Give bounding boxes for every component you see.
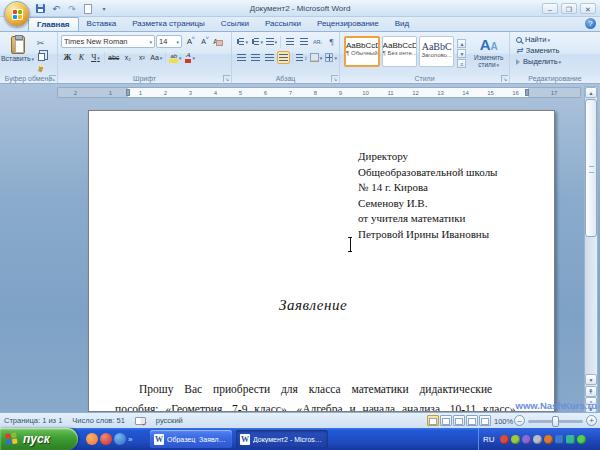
tray-icon-5[interactable] <box>544 435 553 444</box>
maximize-button[interactable]: ❐ <box>561 3 577 14</box>
start-button[interactable]: пуск <box>0 428 78 450</box>
page-count-status[interactable]: Страница: 1 из 1 <box>4 416 62 425</box>
highlight-color-button[interactable]: ab <box>168 51 182 64</box>
copy-icon[interactable] <box>34 50 47 62</box>
language-status[interactable]: русский <box>156 416 183 425</box>
save-button[interactable] <box>34 3 46 14</box>
subscript-button[interactable]: x₂ <box>121 51 134 64</box>
grow-font-button[interactable]: A <box>183 35 196 48</box>
cut-icon[interactable] <box>34 37 47 49</box>
language-indicator[interactable]: RU <box>483 435 495 444</box>
font-name-combo[interactable]: Times New Roman <box>61 35 155 48</box>
tray-icon-8[interactable] <box>577 435 586 444</box>
quicklaunch-icon-1[interactable] <box>86 433 98 445</box>
scroll-down-icon[interactable] <box>585 374 597 385</box>
align-center-button[interactable] <box>249 51 262 64</box>
office-button[interactable] <box>4 1 30 27</box>
bullets-button[interactable] <box>235 35 249 48</box>
document-page[interactable]: Директору Общеобразовательной школы № 14… <box>88 110 555 412</box>
shrink-font-button[interactable]: A <box>197 35 210 48</box>
line-spacing-button[interactable] <box>295 51 308 64</box>
style-no-spacing[interactable]: AaBbCcDc ¶ Без инте... <box>382 36 417 67</box>
align-left-button[interactable] <box>235 51 248 64</box>
new-document-button[interactable] <box>82 3 94 14</box>
zoom-out-button[interactable]: – <box>514 415 525 426</box>
previous-page-icon[interactable] <box>585 386 597 397</box>
quicklaunch-chevron-icon[interactable]: » <box>128 435 132 444</box>
minimize-button[interactable]: – <box>542 3 558 14</box>
numbering-button[interactable] <box>250 35 264 48</box>
help-icon[interactable]: ? <box>585 18 596 29</box>
right-indent-marker[interactable] <box>525 89 529 96</box>
increase-indent-button[interactable] <box>297 35 310 48</box>
web-layout-view-button[interactable] <box>453 415 465 426</box>
sort-button[interactable]: АЯ↓ <box>311 35 324 48</box>
style-scroll-up-icon[interactable]: ▲ <box>457 39 466 48</box>
find-button[interactable]: Найти <box>516 34 599 45</box>
clipboard-dialog-launcher[interactable] <box>49 75 56 82</box>
multilevel-list-button[interactable] <box>265 35 278 48</box>
format-painter-icon[interactable] <box>34 63 47 73</box>
taskbar-window-1[interactable]: Образец_Заявление... <box>150 430 232 448</box>
italic-button[interactable]: К <box>75 51 88 64</box>
font-color-button[interactable]: A <box>184 51 197 64</box>
quicklaunch-icon-3[interactable] <box>114 433 126 445</box>
tab-review[interactable]: Рецензирование <box>309 17 387 31</box>
font-size-combo[interactable]: 14 <box>156 35 182 48</box>
tray-icon-1[interactable] <box>500 435 509 444</box>
zoom-slider-thumb[interactable] <box>552 416 559 427</box>
proofing-icon[interactable] <box>135 417 146 425</box>
tab-page-layout[interactable]: Разметка страницы <box>124 17 213 31</box>
paste-button[interactable]: Вставить <box>1 34 34 72</box>
style-gallery-more-icon[interactable]: ≡ <box>457 59 466 68</box>
justify-button[interactable] <box>277 51 290 64</box>
decrease-indent-button[interactable] <box>283 35 296 48</box>
select-button[interactable]: Выделить <box>516 56 599 67</box>
left-indent-marker[interactable] <box>126 89 130 96</box>
change-case-button[interactable]: Aa <box>149 51 163 64</box>
close-button[interactable]: ✕ <box>580 3 596 14</box>
align-right-button[interactable] <box>263 51 276 64</box>
tray-icon-6[interactable] <box>555 435 564 444</box>
style-scroll-down-icon[interactable]: ▼ <box>457 49 466 58</box>
tray-icon-7[interactable] <box>566 435 575 444</box>
clear-formatting-button[interactable]: Aa <box>211 35 224 48</box>
change-styles-button[interactable]: AA Изменить стили <box>469 36 508 69</box>
zoom-in-button[interactable]: + <box>586 415 597 426</box>
tab-insert[interactable]: Вставка <box>79 17 125 31</box>
word-count-status[interactable]: Число слов: 51 <box>72 416 125 425</box>
bold-button[interactable]: Ж <box>61 51 74 64</box>
tab-references[interactable]: Ссылки <box>213 17 257 31</box>
style-heading1[interactable]: AaBbC Заголово... <box>419 36 454 67</box>
quicklaunch-icon-2[interactable] <box>100 433 112 445</box>
underline-button[interactable]: Ч <box>89 51 102 64</box>
outline-view-button[interactable] <box>466 415 478 426</box>
tab-home[interactable]: Главная <box>28 17 79 31</box>
replace-button[interactable]: Заменить <box>516 45 599 56</box>
tab-view[interactable]: Вид <box>387 17 417 31</box>
font-dialog-launcher[interactable] <box>223 75 230 82</box>
tab-mailings[interactable]: Рассылки <box>257 17 309 31</box>
customize-toolbar-dropdown[interactable] <box>98 3 110 14</box>
tray-icon-3[interactable] <box>522 435 531 444</box>
taskbar-window-2[interactable]: Документ2 - Microso... <box>236 430 328 448</box>
tray-icon-2[interactable] <box>511 435 520 444</box>
scroll-up-icon[interactable] <box>585 87 597 98</box>
strikethrough-button[interactable]: abc <box>107 51 120 64</box>
draft-view-button[interactable] <box>479 415 491 426</box>
undo-button[interactable] <box>50 3 62 14</box>
horizontal-ruler[interactable]: 21 123 456 789 101112 131415 16 17 <box>57 87 581 98</box>
tray-icon-4[interactable] <box>533 435 542 444</box>
show-paragraph-marks-button[interactable]: ¶ <box>325 35 338 48</box>
scrollbar-thumb[interactable] <box>585 99 597 237</box>
paragraph-dialog-launcher[interactable] <box>331 75 338 82</box>
borders-button[interactable] <box>324 51 338 64</box>
zoom-level[interactable]: 100% <box>494 417 513 426</box>
vertical-scrollbar[interactable] <box>584 86 598 412</box>
redo-button[interactable] <box>66 3 78 14</box>
shading-button[interactable] <box>309 51 323 64</box>
style-normal[interactable]: AaBbCcDc ¶ Обычный <box>344 36 380 67</box>
styles-dialog-launcher[interactable] <box>501 75 508 82</box>
zoom-slider[interactable] <box>528 420 583 423</box>
fullscreen-view-button[interactable] <box>440 415 452 426</box>
